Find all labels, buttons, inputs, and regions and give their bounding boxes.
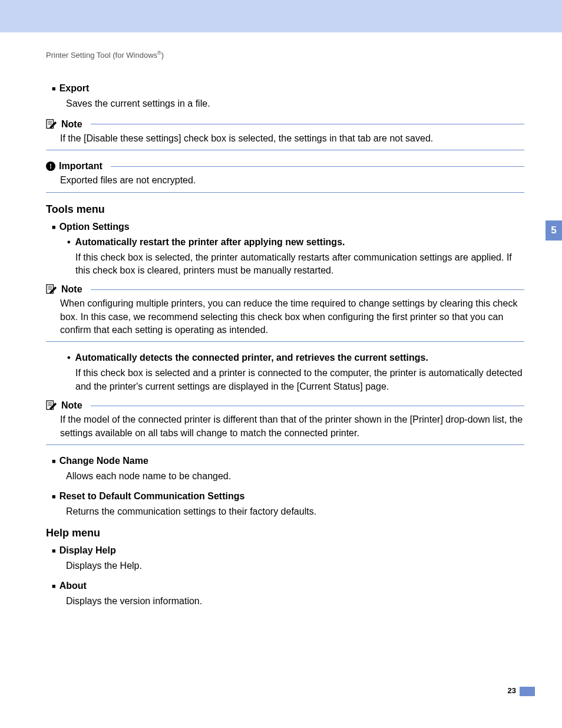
callout-rule [46,341,524,342]
important-callout: ! Important Exported files are not encry… [46,161,524,192]
note-body: If the [Disable these settings] check bo… [60,132,524,145]
auto-restart-item: Automatically restart the printer after … [67,237,524,248]
note-label: Note [61,119,82,130]
note-label: Note [61,284,82,295]
important-body: Exported files are not encrypted. [60,174,524,187]
auto-detect-body: If this check box is selected and a prin… [75,367,524,393]
callout-rule [91,406,524,406]
auto-detect-item: Automatically detects the connected prin… [67,353,524,363]
callout-rule [46,444,524,445]
note-icon [46,119,58,130]
reset-default-title: Reset to Default Communication Settings [52,491,244,501]
breadcrumb-header: Printer Setting Tool (for Windows®) [46,50,524,60]
header-prefix: Printer Setting Tool (for Windows [46,51,157,60]
tools-menu-heading: Tools menu [46,203,524,216]
note-callout-1: Note If the [Disable these settings] che… [46,119,524,150]
note-body: If the model of the connected printer is… [60,413,524,440]
auto-restart-title: Automatically restart the printer after … [67,237,524,248]
option-settings-title: Option Settings [52,222,130,232]
note-callout-3: Note If the model of the connected print… [46,400,524,445]
option-settings-item: Option Settings [52,222,524,232]
callout-rule [46,150,524,150]
top-bar [0,0,562,32]
important-icon: ! [46,162,55,171]
export-title: Export [52,83,89,93]
note-callout-2: Note When configuring multiple printers,… [46,284,524,342]
note-icon [46,400,58,411]
page-strip [520,687,535,696]
reset-default-item: Reset to Default Communication Settings … [52,491,524,518]
about-title: About [52,581,87,591]
export-item: Export Saves the current settings in a f… [52,83,524,110]
callout-rule [91,289,524,290]
chapter-tab: 5 [546,220,562,241]
export-body: Saves the current settings in a file. [66,97,524,110]
change-node-title: Change Node Name [52,456,148,466]
change-node-body: Allows each node name to be changed. [66,470,524,483]
header-suffix: ) [161,51,164,60]
change-node-item: Change Node Name Allows each node name t… [52,456,524,483]
note-label: Note [61,400,82,411]
page-content: Printer Setting Tool (for Windows®) Expo… [0,32,562,608]
note-body: When configuring multiple printers, you … [60,297,524,337]
header-superscript: ® [157,50,161,56]
callout-rule [91,124,524,124]
about-item: About Displays the version information. [52,581,524,608]
display-help-item: Display Help Displays the Help. [52,545,524,572]
display-help-body: Displays the Help. [66,559,524,572]
display-help-title: Display Help [52,545,116,555]
about-body: Displays the version information. [66,595,524,608]
callout-rule [111,166,524,167]
auto-restart-body: If this check box is selected, the print… [75,251,524,278]
important-label: Important [59,161,103,172]
help-menu-heading: Help menu [46,527,524,539]
note-icon [46,284,58,295]
page-number: 23 [508,686,516,695]
callout-rule [46,192,524,193]
auto-detect-title: Automatically detects the connected prin… [67,353,524,363]
reset-default-body: Returns the communication settings to th… [66,505,524,518]
